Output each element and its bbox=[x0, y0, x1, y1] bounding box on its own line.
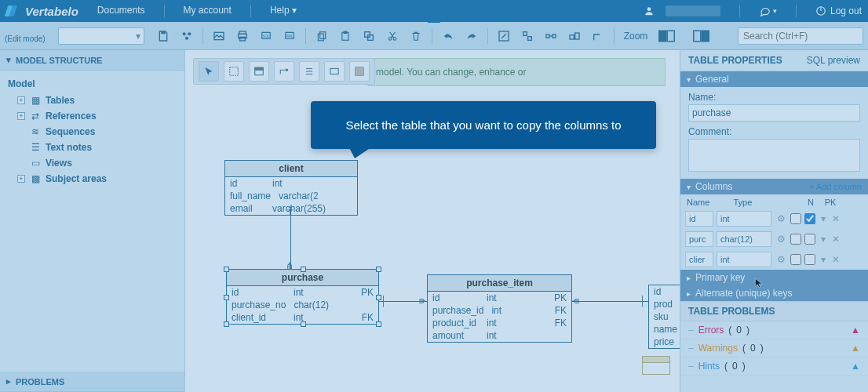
chevron-down-icon[interactable]: ▾ bbox=[819, 213, 828, 224]
resize-handle[interactable] bbox=[376, 267, 381, 272]
resize-handle[interactable] bbox=[224, 321, 229, 327]
search-input[interactable] bbox=[738, 27, 863, 45]
column-pk-checkbox[interactable] bbox=[804, 254, 815, 265]
user-icon[interactable] bbox=[644, 5, 655, 16]
pointer-tool-icon[interactable] bbox=[199, 61, 219, 82]
table-purchase-item[interactable]: purchase_item idintPK purchase_idintFK p… bbox=[427, 274, 572, 343]
new-view-icon[interactable] bbox=[324, 61, 345, 82]
crowsfoot-icon: ⋔ bbox=[571, 297, 582, 305]
undo-icon[interactable] bbox=[439, 27, 458, 45]
add-column-link[interactable]: + Add column bbox=[809, 182, 862, 191]
zoom-fit-icon[interactable] bbox=[690, 27, 720, 45]
delete-column-icon[interactable]: ✕ bbox=[831, 254, 841, 265]
crowsfoot-icon: ⋔ bbox=[286, 260, 294, 271]
model-structure-header[interactable]: ▾ MODEL STRUCTURE bbox=[0, 50, 184, 71]
save-icon[interactable] bbox=[154, 27, 173, 45]
problems-warnings-row[interactable]: –Warnings (0) ▲ bbox=[680, 339, 868, 358]
column-name-input[interactable] bbox=[685, 231, 713, 247]
xml-export-icon[interactable]: XML bbox=[280, 27, 299, 45]
nav-my-account[interactable]: My account bbox=[184, 5, 232, 17]
resize-handle[interactable] bbox=[376, 321, 381, 327]
tree-item-text-notes[interactable]: +☰Text notes bbox=[5, 140, 181, 155]
corner-icon[interactable] bbox=[589, 27, 607, 45]
problems-errors-row[interactable]: –Errors (0) ▲ bbox=[680, 321, 868, 339]
warning-label: Warnings bbox=[698, 343, 738, 354]
resize-handle[interactable] bbox=[301, 321, 306, 327]
gear-icon[interactable]: ⚙ bbox=[775, 234, 787, 245]
table-product-stub[interactable]: id prod sku name price bbox=[648, 285, 680, 349]
tree-root[interactable]: Model bbox=[5, 75, 181, 93]
copy-icon[interactable] bbox=[312, 27, 331, 45]
column-nullable-checkbox[interactable] bbox=[790, 254, 801, 265]
image-export-icon[interactable] bbox=[210, 27, 228, 45]
chevron-down-icon[interactable]: ▾ bbox=[819, 254, 828, 265]
new-area-icon[interactable] bbox=[349, 61, 370, 82]
problems-header[interactable]: ▸ PROBLEMS bbox=[0, 372, 184, 392]
logout-button[interactable]: Log out bbox=[815, 5, 862, 16]
tree-item-tables[interactable]: +▦Tables bbox=[5, 93, 181, 108]
chevron-down-icon[interactable]: ▾ bbox=[819, 234, 828, 245]
edit-box-icon[interactable] bbox=[494, 27, 513, 45]
column-type-input[interactable] bbox=[717, 252, 771, 267]
area-icon: ▩ bbox=[30, 174, 41, 183]
expand-icon[interactable]: + bbox=[17, 112, 25, 120]
resize-handle[interactable] bbox=[224, 267, 229, 272]
resize-handle[interactable] bbox=[224, 295, 229, 300]
column-type-input[interactable] bbox=[717, 211, 771, 227]
panel-drag-handle[interactable] bbox=[428, 18, 440, 23]
chat-icon[interactable]: ▾ bbox=[759, 5, 777, 16]
svg-rect-3 bbox=[161, 31, 165, 34]
column-nullable-checkbox[interactable] bbox=[790, 234, 801, 245]
distribute-icon[interactable] bbox=[542, 27, 560, 45]
new-table-icon[interactable] bbox=[249, 61, 269, 82]
redo-icon[interactable] bbox=[462, 27, 481, 45]
table-purchase[interactable]: purchase idintPK purchase_nochar(12) cli… bbox=[226, 269, 379, 325]
section-primary-key[interactable]: ▸Primary key bbox=[680, 270, 868, 285]
delete-column-icon[interactable]: ✕ bbox=[831, 213, 841, 224]
column-type-input[interactable] bbox=[717, 231, 771, 247]
paste-icon[interactable] bbox=[336, 27, 355, 45]
expand-icon[interactable]: + bbox=[17, 175, 25, 183]
trash-icon[interactable] bbox=[407, 27, 425, 45]
tree-item-sequences[interactable]: +≋Sequences bbox=[5, 124, 181, 140]
search-box[interactable] bbox=[738, 27, 863, 45]
section-columns[interactable]: ▾Columns + Add column bbox=[680, 179, 868, 194]
problems-hints-row[interactable]: –Hints (0) ▲ bbox=[680, 358, 868, 376]
sql-preview-link[interactable]: SQL preview bbox=[807, 55, 860, 66]
sql-export-icon[interactable]: SQL bbox=[257, 27, 275, 45]
column-name-input[interactable] bbox=[685, 211, 713, 227]
document-dropdown[interactable]: ▾ bbox=[58, 27, 144, 45]
align-icon[interactable] bbox=[518, 27, 537, 45]
column-pk-checkbox[interactable] bbox=[804, 213, 815, 224]
cut-icon[interactable] bbox=[383, 27, 402, 45]
nav-documents[interactable]: Documents bbox=[97, 5, 145, 17]
print-icon[interactable] bbox=[233, 27, 252, 45]
table-comment-input[interactable] bbox=[688, 139, 860, 172]
expand-icon[interactable]: + bbox=[17, 96, 25, 104]
zoom-100-icon[interactable] bbox=[655, 27, 685, 45]
nav-help[interactable]: Help ▾ bbox=[270, 5, 297, 17]
column-pk-checkbox[interactable] bbox=[804, 234, 815, 245]
section-general[interactable]: ▾General bbox=[680, 71, 868, 87]
share-icon[interactable] bbox=[177, 27, 196, 45]
tree-item-views[interactable]: +▭Views bbox=[5, 155, 181, 171]
svg-rect-35 bbox=[230, 67, 239, 76]
resize-handle[interactable] bbox=[301, 267, 306, 272]
column-name-input[interactable] bbox=[685, 252, 713, 267]
error-label: Errors bbox=[698, 325, 724, 336]
tree-item-references[interactable]: +⇄References bbox=[5, 108, 181, 124]
duplicate-icon[interactable] bbox=[359, 27, 378, 45]
section-alternate-keys[interactable]: ▸Alternate (unique) keys bbox=[680, 285, 868, 301]
select-area-icon[interactable] bbox=[224, 61, 244, 82]
top-right: ▾ Log out bbox=[644, 5, 862, 17]
gear-icon[interactable]: ⚙ bbox=[775, 213, 787, 224]
diagram-canvas[interactable]: model. You can change, enhance or client… bbox=[185, 50, 680, 392]
table-name-input[interactable] bbox=[688, 104, 860, 122]
new-note-icon[interactable] bbox=[299, 61, 319, 82]
new-reference-icon[interactable] bbox=[274, 61, 294, 82]
resize-icon[interactable] bbox=[565, 27, 584, 45]
column-nullable-checkbox[interactable] bbox=[790, 213, 801, 224]
gear-icon[interactable]: ⚙ bbox=[775, 254, 787, 265]
tree-item-subject-areas[interactable]: +▩Subject areas bbox=[5, 171, 181, 187]
delete-column-icon[interactable]: ✕ bbox=[831, 234, 841, 245]
